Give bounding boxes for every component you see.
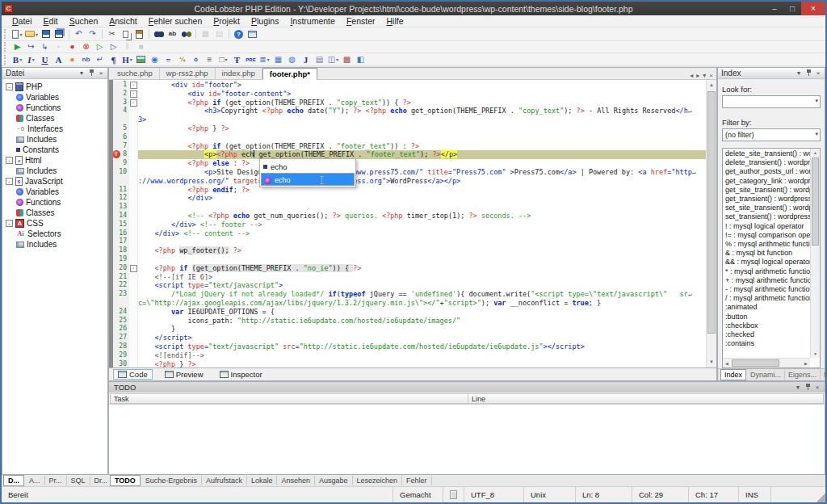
index-list-item[interactable]: / : mysql arithmetic function — [723, 294, 810, 303]
italic-icon[interactable]: I▾ — [24, 54, 38, 65]
quote-icon[interactable]: ó — [189, 54, 203, 65]
index-list-item[interactable]: != : mysql comparison operat — [723, 231, 810, 240]
toolbar-grip[interactable] — [4, 42, 8, 51]
todo-column-task[interactable]: Task — [110, 393, 468, 404]
text-icon[interactable]: Ŧ — [230, 54, 244, 65]
editor-tab-index-php[interactable]: index.php — [216, 68, 262, 79]
collapse-icon[interactable]: - — [6, 83, 13, 90]
index-list-item[interactable]: get_category_link : wordpress — [723, 177, 810, 186]
tree-node-functions[interactable]: Functions — [16, 103, 107, 113]
code-line[interactable]: 20- <?php if (get_option(THEME_PREFIX . … — [113, 264, 706, 273]
index-list-item[interactable]: && : mysql logical operator — [723, 258, 810, 267]
remove-breakpoints-icon[interactable]: ⊗ — [79, 41, 93, 52]
tab-scroll-left-icon[interactable]: ◂ — [690, 72, 693, 79]
close-panel-icon[interactable]: × — [812, 384, 822, 391]
help-icon[interactable] — [232, 28, 246, 40]
bottom-tab-lesezeichen[interactable]: Lesezeichen — [353, 476, 403, 485]
index-list-item[interactable]: get_transient() : wordpress — [723, 195, 810, 204]
replace-icon[interactable]: ab — [166, 28, 179, 40]
menu-fehler-suchen[interactable]: Fehler suchen — [143, 15, 208, 27]
panel-tab-index[interactable]: Index — [720, 369, 746, 380]
panel-tab-dynami-[interactable]: Dynami... — [747, 370, 785, 380]
index-list-item[interactable]: & : mysql bit function — [723, 249, 810, 258]
index-list-item[interactable]: ! : mysql logical operator — [723, 222, 810, 231]
index-list-item[interactable]: get_author_posts_url : wordpr — [723, 167, 810, 176]
bottom-tab-ansehen[interactable]: Ansehen — [277, 476, 315, 485]
view-inspector-button[interactable]: Inspector — [216, 369, 267, 380]
code-line[interactable]: 27 </script> — [113, 334, 706, 342]
menu-suchen[interactable]: Suchen — [64, 15, 104, 27]
step-into-icon[interactable]: ↳ — [38, 41, 52, 52]
list-icon[interactable]: ≣▾ — [258, 54, 271, 65]
div-icon[interactable]: ◫▾ — [326, 54, 340, 65]
code-line[interactable]: 5 <?php } ?> — [113, 124, 706, 133]
panel-menu-icon[interactable]: ▾ — [793, 384, 803, 391]
code-line[interactable]: 11 <?php endif; ?> — [113, 186, 706, 195]
editor-tab-wp-rss2-php[interactable]: wp-rss2.php — [160, 68, 216, 79]
tree-node-constants[interactable]: Constants — [16, 145, 107, 155]
underline-icon[interactable]: U — [38, 54, 52, 65]
dock-tab-sql[interactable]: SQL — [67, 476, 90, 485]
line-break-icon[interactable]: ↵ — [93, 54, 107, 65]
collapse-icon[interactable]: - — [6, 178, 13, 185]
form-icon[interactable]: ▤ — [313, 54, 326, 65]
tab-scroll-right-icon[interactable]: ▸ — [696, 72, 699, 79]
horizontal-rule-icon[interactable]: = — [162, 54, 175, 65]
bottom-tab-suche-ergebnis[interactable]: Suche-Ergebnis — [141, 476, 202, 485]
menu-projekt[interactable]: Projekt — [208, 15, 246, 27]
collapse-icon[interactable]: - — [6, 157, 13, 164]
scrollbar-thumb[interactable] — [812, 158, 819, 246]
code-line[interactable]: 12 </div> — [113, 194, 706, 203]
fullscreen-icon[interactable] — [246, 28, 259, 40]
menu-hilfe[interactable]: Hilfe — [380, 15, 409, 27]
pre-icon[interactable]: PRE — [244, 54, 258, 65]
tree-node-classes[interactable]: Classes — [16, 208, 107, 218]
code-line[interactable]: 22 <script type="text/javascript"> — [113, 281, 706, 290]
object-icon[interactable]: ▩ — [340, 54, 354, 65]
border-icon[interactable]: □▾ — [216, 54, 230, 65]
font-icon[interactable]: A — [52, 54, 65, 65]
maximize-button[interactable]: □ — [783, 2, 801, 15]
fold-toggle-icon[interactable]: - — [130, 99, 137, 107]
tree-node-selectors[interactable]: Selectors — [16, 229, 107, 239]
tree-node-includes[interactable]: Includes — [16, 166, 107, 176]
bold-icon[interactable]: B▾ — [10, 54, 24, 65]
code-line[interactable]: 15 </div> <!-- footer --> — [113, 220, 706, 229]
code-line[interactable]: 4 <h3>Copyright <?php echo date("Y"); ?>… — [113, 107, 706, 116]
scroll-up-icon[interactable]: ▲ — [811, 149, 820, 157]
nbsp-icon[interactable]: nb — [79, 54, 93, 65]
autocomplete-item[interactable]: echo — [261, 160, 355, 173]
index-list-item[interactable]: delete_site_transient() : wordp — [723, 149, 810, 158]
bottom-tab-fehler[interactable]: Fehler — [402, 476, 432, 485]
editor-vertical-scrollbar[interactable]: ▲ ▼ — [706, 80, 716, 368]
code-line[interactable]: 3> — [113, 116, 706, 124]
find-icon[interactable] — [152, 28, 166, 40]
code-line[interactable]: 7 <?php if (get_option(THEME_PREFIX . "f… — [113, 142, 706, 151]
todo-list-body[interactable] — [109, 405, 825, 474]
menu-ansicht[interactable]: Ansicht — [103, 15, 142, 27]
script-icon[interactable]: ◍ — [285, 54, 299, 65]
tree-node-includes[interactable]: Includes — [16, 134, 107, 145]
code-line[interactable]: 16 </div> <!-- content --> — [113, 229, 706, 238]
redo-icon[interactable]: ↷ — [86, 28, 99, 40]
code-line[interactable]: c=\"http://ajax.googleapis.com/ajax/libs… — [113, 299, 706, 308]
todo-column-line[interactable]: Line — [468, 393, 824, 404]
dock-tab-a-[interactable]: A... — [25, 476, 45, 485]
menu-plugins[interactable]: Plugins — [246, 15, 284, 27]
bottom-tab-ausgabe[interactable]: Ausgabe — [315, 476, 353, 485]
code-line[interactable]: 10 <p>Site Designed by <a href="http://w… — [113, 168, 706, 177]
toolbar-grip[interactable] — [4, 55, 8, 65]
close-panel-icon[interactable]: × — [813, 69, 823, 77]
step-over-icon[interactable]: ↪ — [24, 41, 38, 52]
autocomplete-item[interactable]: echo — [261, 173, 355, 186]
code-line[interactable]: 9 <?php else : ?> — [113, 159, 706, 168]
new-file-icon[interactable]: ▾ — [10, 28, 24, 40]
align-icon[interactable]: ≡ — [203, 54, 216, 65]
close-panel-icon[interactable]: × — [96, 69, 106, 77]
menu-datei[interactable]: Datei — [6, 15, 38, 27]
find-in-files-icon[interactable] — [179, 28, 193, 40]
code-line[interactable]: 30 <?php } ?> — [113, 360, 706, 368]
layout-icon[interactable]: ◧ — [354, 54, 367, 65]
panel-tab-eigens-[interactable]: Eigens... — [785, 370, 821, 380]
index-list-item[interactable]: + : mysql arithmetic function — [723, 276, 810, 285]
